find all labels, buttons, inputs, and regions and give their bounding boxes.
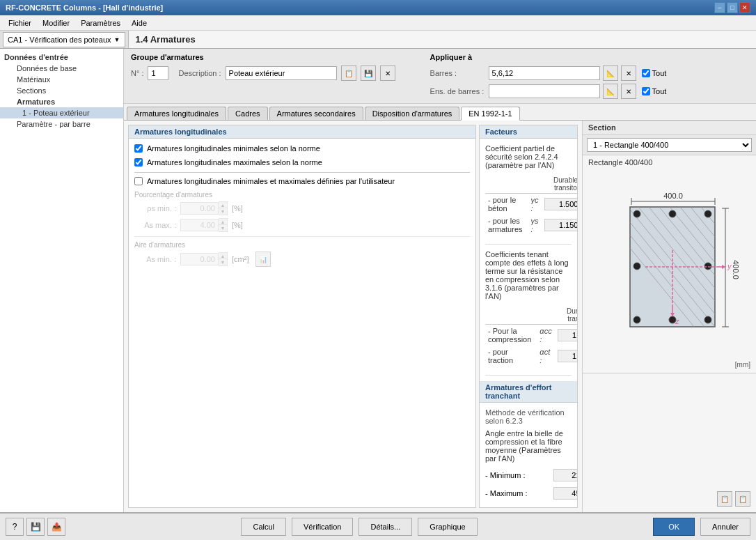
effort-angle-label: Angle entre la bielle de compression et … [485,429,572,463]
sidebar-item-sections[interactable]: Sections [0,85,123,96]
as-max-label: As max. : [134,221,176,229]
as-min-up[interactable]: ▲ [219,253,227,259]
check-user-def[interactable] [134,177,143,185]
as-min-input[interactable] [180,253,219,265]
bottom-icon-2[interactable]: 💾 [26,518,45,536]
graphique-button[interactable]: Graphique [418,518,477,536]
barres-input[interactable] [489,66,600,80]
menu-aide[interactable]: Aide [126,17,152,29]
bottom-icon-1[interactable]: ? [6,518,24,536]
close-button[interactable]: ✕ [739,2,750,13]
group-armatures-section: Groupe d'armatures N° : Description : 📋 … [131,53,395,81]
menu-bar: Fichier Modifier Paramètres Aide [0,15,756,31]
svg-point-25 [704,263,711,270]
section-dropdown[interactable]: 1 - Rectangle 400/400 [587,138,752,152]
section-heading: 1.4 Armatures [136,34,196,45]
min-input[interactable] [553,469,578,481]
tab-disp[interactable]: Disposition d'armatures [365,107,460,120]
as-max-down[interactable]: ▼ [219,225,227,231]
comp-label: - Pour la compression [485,325,537,346]
tout-checkbox-2[interactable] [642,87,650,95]
section-panel-btn-1[interactable]: 📋 [717,491,732,507]
toolbar-btn-3[interactable]: ✕ [380,65,395,81]
arm-greek: γs : [528,215,542,236]
sidebar-item-parametre[interactable]: Paramètre - par barre [0,118,123,130]
ok-button[interactable]: OK [653,518,695,536]
ps-min-down[interactable]: ▼ [219,208,227,215]
ens-input[interactable] [489,84,600,98]
facteurs-subtitle: Coefficient partiel de sécurité selon 2.… [485,144,572,169]
as-min-down[interactable]: ▼ [219,259,227,265]
svg-text:400.0: 400.0 [732,260,740,279]
annuler-button[interactable]: Annuler [700,518,750,536]
sidebar-header: Données d'entrée [0,52,123,63]
tout-checkbox-1[interactable] [642,69,650,77]
sidebar-item-materiaux[interactable]: Matériaux [0,74,123,85]
verification-button[interactable]: Vérification [292,518,353,536]
tab-cadres[interactable]: Cadres [228,107,267,120]
arm-label: - pour les armatures [485,215,528,236]
ens-toolbar-2[interactable]: ✕ [621,84,636,99]
svg-marker-32 [722,265,725,269]
section-svg: 400.0 400.0 [597,187,743,355]
sidebar-item-armatures[interactable]: Armatures [0,96,123,107]
as-max-input[interactable] [180,219,219,231]
svg-text:400.0: 400.0 [663,192,683,200]
desc-input[interactable] [226,66,337,80]
toolbar-btn-1[interactable]: 📋 [341,65,356,81]
group-title: Groupe d'armatures [131,53,395,61]
facteurs-table-2: Durable ettransitoire Accidentelle - Pou… [485,306,578,367]
facteurs-table-1: Durable ettransitoire Accidentelle - pou… [485,175,578,236]
comp-greek: αcc : [537,325,554,346]
check-min-norme[interactable] [134,144,143,153]
facteurs-panel: Facteurs Coefficient partiel de sécurité… [479,125,578,508]
as-max-unit: [%] [232,221,243,229]
max-label: - Maximum : [485,489,548,497]
tout-label-2: Tout [652,87,667,95]
menu-parametres[interactable]: Paramètres [75,17,126,29]
module-selector[interactable]: CA1 - Vérification des poteaux ▼ [3,32,125,47]
row-armatures: - pour les armatures γs : ▲ ▼ [485,215,578,236]
facteurs-subtitle2: Coefficients tenant compte des effets à … [485,244,572,300]
bottom-icon-3[interactable]: 📤 [47,518,65,536]
trac-durable-input[interactable] [558,350,578,362]
tab-arm-sec[interactable]: Armatures secondaires [269,107,363,120]
facteurs-title: Facteurs [480,125,577,139]
n-input[interactable] [148,66,168,80]
ens-toolbar-1[interactable]: 📐 [603,84,618,99]
toolbar-btn-2[interactable]: 💾 [361,65,376,81]
barres-toolbar-1[interactable]: 📐 [603,65,618,81]
menu-modifier[interactable]: Modifier [37,17,75,29]
details-button[interactable]: Détails... [359,518,412,536]
content-area: Groupe d'armatures N° : Description : 📋 … [124,49,756,512]
sidebar-item-donnees-base[interactable]: Données de base [0,63,123,74]
min-label: - Minimum : [485,471,548,479]
check-max-norme[interactable] [134,158,143,167]
max-input[interactable] [553,487,578,500]
menu-fichier[interactable]: Fichier [3,17,37,29]
sidebar-item-poteau[interactable]: 1 - Poteau extérieur [0,107,123,118]
tab-en[interactable]: EN 1992-1-1 [461,107,519,121]
calcul-button[interactable]: Calcul [241,518,286,536]
ps-min-up[interactable]: ▲ [219,202,227,208]
beton-greek: γc : [528,194,542,215]
barres-toolbar-2[interactable]: ✕ [621,65,636,81]
sidebar: Données d'entrée Données de base Matéria… [0,49,124,512]
svg-point-23 [704,210,711,217]
svg-point-21 [633,210,640,217]
section-panel-btn-2[interactable]: 📋 [735,491,750,507]
section-panel-title: Section [583,121,756,135]
effort-method: Méthode de vérification selon 6.2.3 [485,408,572,425]
ps-min-input[interactable] [180,202,219,215]
row-beton: - pour le béton γc : ▲ ▼ [485,194,578,215]
minimize-button[interactable]: – [714,2,725,13]
check-row-3: Armatures longitudinales minimales et ma… [134,177,470,185]
maximize-button[interactable]: □ [727,2,738,13]
arm-durable-input[interactable] [544,219,578,231]
as-min-toolbar[interactable]: 📊 [255,252,271,267]
beton-durable-input[interactable] [544,198,578,210]
comp-durable-input[interactable] [558,329,578,341]
lower-section-panel: 📋 📋 [583,373,756,512]
as-max-up[interactable]: ▲ [219,219,227,225]
tab-arm-long[interactable]: Armatures longitudinales [127,107,226,120]
